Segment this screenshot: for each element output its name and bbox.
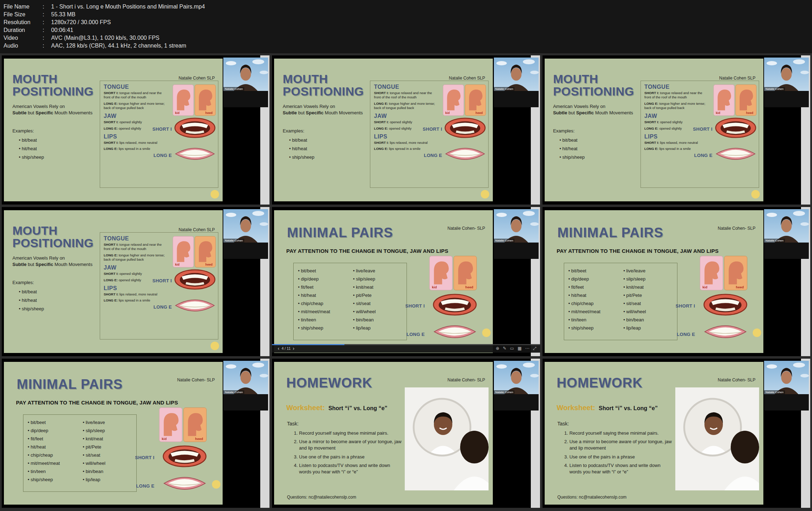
short-i-label: SHORT I xyxy=(693,126,713,132)
examples-label: Examples: xyxy=(553,128,575,134)
list-item: ship/sheep xyxy=(28,477,77,482)
jaw-short-desc: opened slightly xyxy=(119,272,142,276)
list-item: chip/cheap xyxy=(298,301,347,306)
presenter-byline: Natalie Cohen SLP xyxy=(449,76,485,81)
slide-title-line2: POSITIONING xyxy=(283,85,364,98)
lips-short-text: SHORT I: lips relaxed, more neutral xyxy=(104,141,167,145)
next-slide-button[interactable]: › xyxy=(293,346,295,351)
examples-label: Examples: xyxy=(283,128,304,134)
tongue-long-text: LONG E: tongue higher and more tense; ba… xyxy=(374,102,437,110)
list-item: Use a mirror to become aware of your ton… xyxy=(299,439,402,451)
pairs-column-1: bit/beetdip/deepfit/feethit/heatchip/che… xyxy=(298,268,347,335)
subtitle-bold-specific: Specific xyxy=(576,110,594,115)
draw-icon[interactable]: ✎ xyxy=(503,346,506,351)
long-e-label: LONG E xyxy=(153,304,172,310)
short-i-label: SHORT I xyxy=(405,303,425,309)
slide-title-line1: MOUTH xyxy=(283,73,364,85)
video-thumbnail-cell[interactable]: Natalie Cohen SLP MOUTH POSITIONING Amer… xyxy=(272,55,540,205)
slide-title: HOMEWORK xyxy=(286,376,372,390)
slide-title: MINIMAL PAIRS xyxy=(557,226,664,240)
presenter-avatar xyxy=(223,209,268,243)
video-thumbnail-cell[interactable]: Natalie Cohen- SLP MINIMAL PAIRS PAY ATT… xyxy=(543,207,810,356)
task-label: Task: xyxy=(287,421,299,426)
list-item: slip/sleep xyxy=(83,428,132,433)
subtitle-bold-subtle: Subtle xyxy=(283,110,297,115)
fullscreen-icon[interactable]: ⤢ xyxy=(533,346,536,351)
prev-slide-button[interactable]: ‹ xyxy=(278,346,279,351)
list-item: fit/feet xyxy=(298,284,347,290)
minimal-pairs-box: bit/beetdip/deepfit/feethit/heatchip/che… xyxy=(23,414,137,492)
long-e-term: LONG E: xyxy=(104,298,118,302)
video-thumbnail-cell[interactable]: Natalie Cohen- SLP MINIMAL PAIRS PAY ATT… xyxy=(272,207,540,356)
slide-subtitle: PAY ATTENTION TO THE CHANGE IN TONGUE, J… xyxy=(557,248,719,254)
jaw-short-text: SHORT I: opened slightly xyxy=(104,272,167,276)
video-thumbnail-cell[interactable]: Natalie Cohen- SLP HOMEWORK Worksheet: S… xyxy=(272,359,540,508)
list-item: bit/beet xyxy=(568,268,618,273)
webcam-panel-background xyxy=(223,394,268,411)
long-e-mouth-image xyxy=(162,474,208,494)
list-item: dip/deep xyxy=(568,276,618,282)
list-item: chip/cheap xyxy=(568,301,618,306)
meta-row: Duration : 00:06:41 xyxy=(4,26,808,34)
subtitle-mid: but xyxy=(297,110,306,115)
lips-short-desc: lips relaxed, more neutral xyxy=(119,292,157,296)
meta-row: Audio : AAC, 128 kb/s (CBR), 44.1 kHz, 2… xyxy=(4,42,808,50)
webcam-panel-background xyxy=(764,243,809,259)
long-e-term: LONG E: xyxy=(104,126,118,130)
meta-label: File Name xyxy=(4,3,43,11)
video-thumbnail-cell[interactable]: Natalie Cohen SLP MOUTH POSITIONING Amer… xyxy=(2,55,269,205)
short-i-label: SHORT I xyxy=(423,126,442,132)
mouth-position-panel: TONGUE SHORT I: tongue relaxed and near … xyxy=(641,81,759,188)
presenter-avatar xyxy=(494,361,539,394)
worksheet-label: Worksheet: xyxy=(557,404,595,412)
slide-homework: Natalie Cohen- SLP HOMEWORK Worksheet: S… xyxy=(274,362,493,505)
yellow-dot xyxy=(753,328,761,337)
list-item: Use one of the pairs in a phrase xyxy=(570,454,672,460)
short-i-term: SHORT I: xyxy=(374,120,389,124)
meta-row: Resolution : 1280x720 / 30.000 FPS xyxy=(4,18,808,26)
list-item: bin/bean xyxy=(623,317,673,322)
slide-title: MOUTH POSITIONING xyxy=(12,73,93,98)
meta-row: Video : AVC (Main@L3.1), 1 020 kb/s, 30.… xyxy=(4,34,808,42)
screen-icon[interactable]: ▭ xyxy=(510,346,514,351)
list-item: mit/meet/meat xyxy=(28,461,77,466)
more-options-icon[interactable]: ⋯ xyxy=(525,346,529,351)
layout-grid-icon[interactable]: ▦ xyxy=(518,346,522,351)
list-item: pit/Pete xyxy=(623,293,673,298)
webcam-thumbnail: Natalie Cohen xyxy=(494,58,539,91)
short-i-label: SHORT I xyxy=(676,303,695,309)
mouth-position-panel: TONGUE SHORT I: tongue relaxed and near … xyxy=(100,81,218,188)
list-item: knit/neat xyxy=(623,284,673,290)
list-item: ship/sheep xyxy=(298,325,347,331)
meta-colon: : xyxy=(43,26,51,34)
jaw-short-text: SHORT I: opened slightly xyxy=(374,120,437,124)
list-item: ship/sheep xyxy=(289,154,314,160)
list-item: ship/sheep xyxy=(560,154,585,160)
presenter-byline: Natalie Cohen SLP xyxy=(179,227,215,232)
short-i-term: SHORT I: xyxy=(374,141,389,145)
short-i-term: SHORT I: xyxy=(104,243,119,246)
video-thumbnail-cell[interactable]: Natalie Cohen- SLP MINIMAL PAIRS PAY ATT… xyxy=(2,359,269,508)
jaw-short-text: SHORT I: opened slightly xyxy=(644,120,708,124)
webcam-caption: Natalie Cohen xyxy=(223,239,244,243)
webcam-thumbnail: Natalie Cohen xyxy=(223,361,268,394)
jaw-long-desc: opened slightly xyxy=(388,126,412,130)
slide-subtitle: American Vowels Rely on Subtle but Speci… xyxy=(12,103,95,116)
video-thumbnail-cell[interactable]: Natalie Cohen SLP MOUTH POSITIONING Amer… xyxy=(2,207,269,356)
short-i-label: SHORT I xyxy=(152,126,172,132)
subtitle-mid: but xyxy=(27,110,36,115)
slide-homework: Natalie Cohen- SLP HOMEWORK Worksheet: S… xyxy=(545,362,763,505)
pairs-column-1: bit/beetdip/deepfit/feethit/heatchip/che… xyxy=(28,420,77,486)
meta-colon: : xyxy=(43,18,51,26)
zoom-icon[interactable]: ⊕ xyxy=(496,346,499,351)
seek-progress xyxy=(272,344,344,345)
list-item: hit/heat xyxy=(560,146,585,151)
video-thumbnail-cell[interactable]: Natalie Cohen- SLP HOMEWORK Worksheet: S… xyxy=(543,359,810,508)
yellow-dot xyxy=(481,190,489,199)
short-i-mouth-image xyxy=(162,445,208,468)
long-e-mouth-image xyxy=(444,145,486,164)
list-item: lip/leap xyxy=(623,325,673,331)
presenter-avatar xyxy=(223,58,268,91)
video-thumbnail-cell[interactable]: Natalie Cohen SLP MOUTH POSITIONING Amer… xyxy=(543,55,810,205)
jaw-short-desc: opened slightly xyxy=(119,120,142,124)
